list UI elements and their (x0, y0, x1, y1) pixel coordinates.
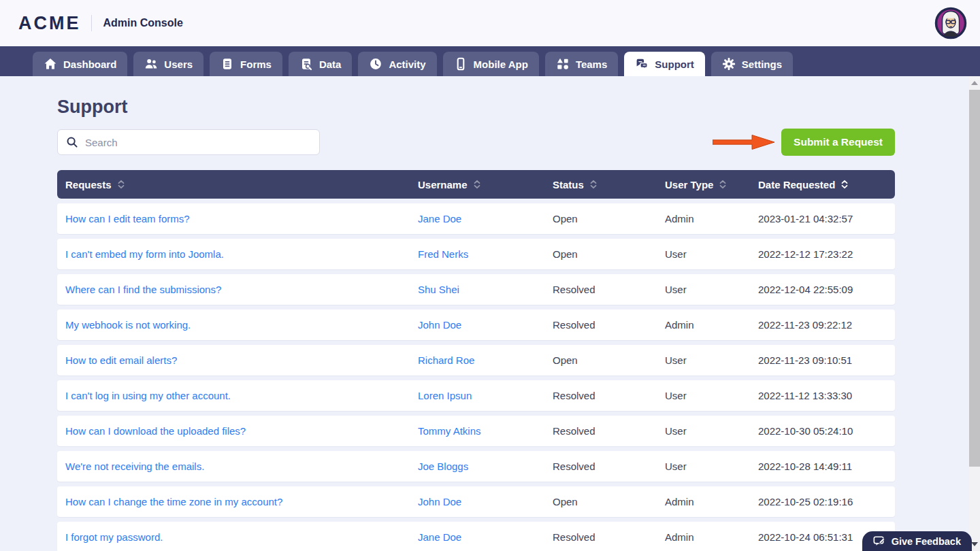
support-icon (635, 57, 649, 71)
request-link[interactable]: I can't embed my form into Joomla. (65, 248, 224, 260)
user-type-value: User (665, 425, 758, 437)
request-link[interactable]: How to edit email alerts? (65, 354, 177, 366)
user-type-value: User (665, 248, 758, 260)
table-row: How can I download the uploaded files? T… (57, 416, 895, 446)
sort-icon[interactable] (719, 180, 727, 189)
username-link[interactable]: Joe Bloggs (418, 461, 468, 472)
username-link[interactable]: Fred Nerks (418, 248, 468, 260)
sort-icon[interactable] (589, 180, 598, 189)
forms-icon (220, 57, 234, 71)
settings-icon (722, 57, 736, 71)
tab-support[interactable]: Support (624, 52, 705, 76)
user-type-value: Admin (665, 319, 758, 331)
tab-dashboard[interactable]: Dashboard (33, 52, 127, 76)
status-value: Resolved (553, 284, 665, 295)
status-value: Open (553, 248, 665, 260)
give-feedback-button[interactable]: Give Feedback (862, 531, 972, 551)
request-link[interactable]: Where can I find the submissions? (65, 284, 221, 295)
column-header-requests[interactable]: Requests (65, 179, 418, 190)
tab-mobile-app[interactable]: Mobile App (443, 52, 539, 76)
username-link[interactable]: Jane Doe (418, 213, 461, 224)
sort-icon[interactable] (473, 180, 481, 189)
user-type-value: User (665, 390, 758, 401)
main-nav: Dashboard Users Forms Data Activity Mobi… (0, 46, 980, 76)
search-icon (66, 136, 78, 148)
tab-forms[interactable]: Forms (210, 52, 282, 76)
date-requested-value: 2022-10-30 05:24:10 (758, 425, 895, 437)
main-content: Support Submit a Request Requests Userna… (0, 97, 952, 551)
date-requested-value: 2022-10-28 14:49:11 (758, 461, 895, 472)
username-link[interactable]: Shu Shei (418, 284, 459, 295)
acme-logo: ACME (18, 13, 81, 34)
request-link[interactable]: My webhook is not working. (65, 319, 191, 331)
tab-settings[interactable]: Settings (711, 52, 793, 76)
tab-data[interactable]: Data (289, 52, 353, 76)
status-value: Resolved (553, 425, 665, 437)
tab-teams[interactable]: Teams (545, 52, 618, 76)
tab-users[interactable]: Users (133, 52, 203, 76)
scrollbar-thumb[interactable] (969, 90, 980, 467)
table-row: Where can I find the submissions? Shu Sh… (57, 274, 895, 305)
request-link[interactable]: How can I download the uploaded files? (65, 425, 246, 437)
sort-icon[interactable] (117, 180, 125, 189)
date-requested-value: 2023-01-21 04:32:57 (758, 213, 895, 224)
table-row: I can't log in using my other account. L… (57, 380, 895, 411)
username-link[interactable]: John Doe (418, 496, 461, 507)
sort-icon[interactable] (840, 180, 849, 189)
column-header-status[interactable]: Status (553, 179, 665, 190)
request-link[interactable]: How can I edit team forms? (65, 213, 190, 224)
status-value: Resolved (553, 390, 665, 401)
username-link[interactable]: Tommy Atkins (418, 425, 481, 437)
mobile-icon (454, 57, 468, 71)
table-row: I can't embed my form into Joomla. Fred … (57, 239, 895, 269)
request-link[interactable]: I can't log in using my other account. (65, 390, 231, 401)
table-row: I forgot my password. Jane Doe Resolved … (57, 522, 895, 551)
app-title: Admin Console (103, 17, 183, 29)
scrollbar-up-arrow-icon[interactable] (971, 81, 978, 85)
username-link[interactable]: Richard Roe (418, 354, 474, 366)
user-avatar[interactable] (934, 7, 967, 39)
date-requested-value: 2022-10-25 02:19:16 (758, 496, 895, 507)
date-requested-value: 2022-11-23 09:22:12 (758, 319, 895, 331)
column-header-username[interactable]: Username (418, 179, 553, 190)
request-link[interactable]: We're not receiving the emails. (65, 461, 204, 472)
user-type-value: User (665, 461, 758, 472)
status-value: Open (553, 496, 665, 507)
table-row: How can I change the time zone in my acc… (57, 486, 895, 517)
status-value: Resolved (553, 531, 665, 543)
page-title: Support (57, 97, 952, 118)
teams-icon (556, 57, 570, 71)
table-body: How can I edit team forms? Jane Doe Open… (57, 203, 895, 551)
status-value: Resolved (553, 319, 665, 331)
nav-tabs: Dashboard Users Forms Data Activity Mobi… (33, 46, 799, 76)
date-requested-value: 2022-12-12 17:23:22 (758, 248, 895, 260)
home-icon (44, 57, 57, 71)
username-link[interactable]: John Doe (418, 319, 461, 331)
requests-table: Requests Username Status User Type (57, 170, 895, 551)
annotation-arrow (713, 132, 775, 152)
toolbar: Submit a Request (57, 129, 895, 156)
search-input[interactable] (85, 137, 311, 148)
username-link[interactable]: Jane Doe (418, 531, 461, 543)
date-requested-value: 2022-11-12 13:33:30 (758, 390, 895, 401)
users-icon (144, 57, 158, 71)
user-type-value: Admin (665, 213, 758, 224)
submit-request-button[interactable]: Submit a Request (781, 129, 895, 156)
table-header: Requests Username Status User Type (57, 170, 895, 199)
user-type-value: Admin (665, 531, 758, 543)
activity-icon (369, 57, 382, 71)
column-header-user-type[interactable]: User Type (665, 179, 758, 190)
scrollbar (969, 76, 980, 551)
data-icon (299, 57, 313, 71)
top-bar: ACME Admin Console (0, 0, 980, 46)
scrollbar-down-arrow-icon[interactable] (971, 542, 978, 546)
date-requested-value: 2022-12-04 22:55:09 (758, 284, 895, 295)
request-link[interactable]: How can I change the time zone in my acc… (65, 496, 282, 507)
table-row: How to edit email alerts? Richard Roe Op… (57, 345, 895, 375)
request-link[interactable]: I forgot my password. (65, 531, 163, 543)
tab-activity[interactable]: Activity (358, 52, 436, 76)
search-box[interactable] (57, 129, 320, 155)
column-header-date-requested[interactable]: Date Requested (758, 179, 895, 190)
table-row: We're not receiving the emails. Joe Blog… (57, 451, 895, 482)
username-link[interactable]: Loren Ipsun (418, 390, 472, 401)
